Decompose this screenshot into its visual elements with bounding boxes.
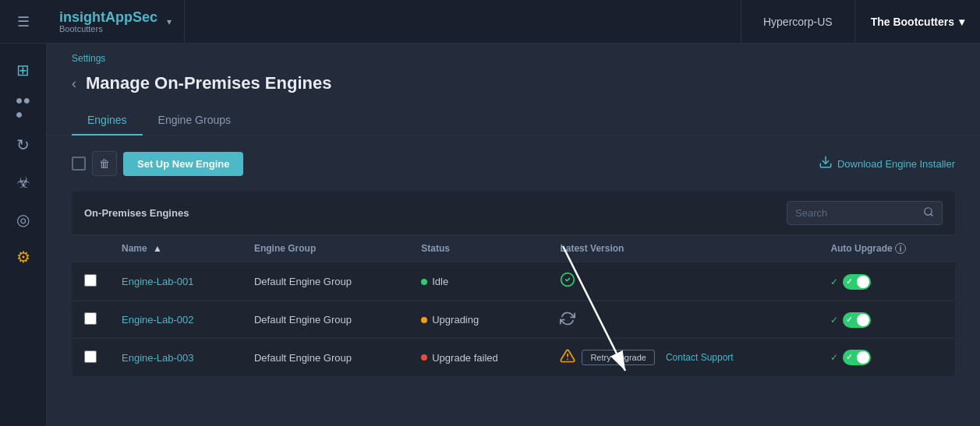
lv-cell-1: [560, 272, 805, 291]
target-icon: ◎: [16, 210, 30, 229]
toggle-check-2: ✓: [830, 315, 838, 326]
row-checkbox-1[interactable]: [84, 274, 97, 287]
tab-engine-groups[interactable]: Engine Groups: [143, 106, 246, 136]
lv-cell-2: [560, 311, 805, 329]
engines-table: Name ▲ Engine Group Status Latest Versio…: [72, 235, 955, 376]
table-header-bar: On-Premises Engines: [72, 192, 955, 235]
sort-arrow-name: ▲: [153, 243, 162, 254]
engine-link-1[interactable]: Engine-Lab-001: [122, 276, 194, 287]
status-dot-3: [421, 354, 427, 361]
table-section-title: On-Premises Engines: [84, 207, 189, 219]
org-selector[interactable]: The Bootcutters ▾: [854, 0, 980, 43]
status-cell-2: Upgrading: [421, 314, 535, 326]
table-row: Engine-Lab-001 Default Engine Group Idle: [72, 262, 955, 301]
row-checkbox-2[interactable]: [84, 312, 97, 325]
breadcrumb[interactable]: Settings: [47, 44, 980, 67]
toggle-wrap-3: ✓: [830, 350, 943, 365]
sidebar-item-dashboard[interactable]: ⊞: [6, 53, 41, 87]
info-icon: i: [895, 243, 906, 254]
col-checkbox: [72, 235, 109, 262]
setup-new-engine-button[interactable]: Set Up New Engine: [123, 152, 243, 176]
page-header: ‹ Manage On-Premises Engines: [47, 67, 980, 106]
engine-group-3: Default Engine Group: [242, 339, 409, 377]
tab-engines[interactable]: Engines: [72, 106, 143, 136]
select-all-checkbox[interactable]: [72, 157, 86, 171]
back-button[interactable]: ‹: [72, 76, 76, 92]
toggle-wrap-1: ✓: [830, 274, 943, 290]
col-engine-group[interactable]: Engine Group: [242, 235, 409, 262]
hamburger-icon: ☰: [17, 13, 30, 30]
col-latest-version[interactable]: Latest Version: [547, 235, 818, 262]
status-cell-3: Upgrade failed: [421, 352, 535, 364]
content-area: Settings ‹ Manage On-Premises Engines En…: [47, 44, 980, 426]
toolbar: 🗑 Set Up New Engine Download Engine Inst…: [47, 136, 980, 192]
sidebar-item-vulnerability[interactable]: ☣: [6, 165, 41, 199]
auto-upgrade-toggle-1[interactable]: [843, 274, 871, 290]
contact-support-link[interactable]: Contact Support: [666, 352, 734, 363]
toggle-check-1: ✓: [830, 276, 838, 287]
auto-upgrade-toggle-3[interactable]: [843, 350, 871, 365]
brand-section: insightAppSec Bootcutters ▾: [47, 0, 185, 43]
table-row: Engine-Lab-003 Default Engine Group Upgr…: [72, 339, 955, 377]
lv-warn-icon-3: [560, 348, 575, 367]
table-row: Engine-Lab-002 Default Engine Group Upgr…: [72, 301, 955, 339]
scan-icon: ↻: [16, 136, 30, 154]
trash-icon: 🗑: [99, 157, 110, 170]
lv-cell-3: Retry Upgrade Contact Support: [560, 348, 805, 367]
toggle-wrap-2: ✓: [830, 312, 943, 328]
search-input[interactable]: [795, 207, 918, 219]
retry-upgrade-button[interactable]: Retry Upgrade: [582, 350, 655, 365]
sidebar-item-scan[interactable]: ↻: [6, 128, 41, 162]
status-cell-1: Idle: [421, 276, 535, 287]
brand-dropdown-icon[interactable]: ▾: [167, 16, 172, 27]
brand-name: insightAppSec: [59, 9, 157, 26]
sidebar: ⊞ ●●● ↻ ☣ ◎ ⚙: [0, 44, 47, 426]
tabs: Engines Engine Groups: [47, 106, 980, 136]
search-box[interactable]: [787, 201, 943, 225]
download-icon: [819, 155, 833, 173]
page-title: Manage On-Premises Engines: [86, 73, 331, 93]
region-selector[interactable]: Hypercorp-US: [741, 0, 854, 43]
status-dot-1: [421, 279, 427, 285]
search-icon: [923, 206, 934, 220]
engine-link-2[interactable]: Engine-Lab-002: [122, 314, 194, 326]
toggle-check-3: ✓: [830, 352, 838, 363]
col-auto-upgrade: Auto Upgrade i: [818, 235, 955, 262]
status-dot-2: [421, 317, 427, 323]
topnav: ☰ insightAppSec Bootcutters ▾ Hypercorp-…: [0, 0, 980, 44]
svg-line-2: [931, 214, 933, 217]
auto-upgrade-toggle-2[interactable]: [843, 312, 871, 328]
users-icon: ●●●: [16, 93, 30, 121]
col-status[interactable]: Status: [409, 235, 547, 262]
lv-ok-icon-1: [560, 272, 575, 291]
sidebar-item-target[interactable]: ◎: [6, 202, 41, 237]
vulnerability-icon: ☣: [16, 173, 30, 192]
sidebar-item-users[interactable]: ●●●: [6, 90, 41, 125]
row-checkbox-3[interactable]: [84, 350, 97, 363]
org-dropdown-icon: ▾: [959, 16, 964, 28]
engine-link-3[interactable]: Engine-Lab-003: [122, 352, 194, 364]
engine-group-1: Default Engine Group: [242, 262, 409, 301]
hamburger-menu[interactable]: ☰: [0, 0, 47, 43]
dashboard-icon: ⊞: [16, 61, 30, 79]
engines-table-section: On-Premises Engines: [72, 192, 955, 376]
sidebar-item-settings[interactable]: ⚙: [6, 240, 41, 274]
main-layout: ⊞ ●●● ↻ ☣ ◎ ⚙ Settings ‹ Manage On-Premi…: [0, 44, 980, 426]
download-engine-installer-link[interactable]: Download Engine Installer: [819, 155, 955, 173]
engine-group-2: Default Engine Group: [242, 301, 409, 339]
delete-button[interactable]: 🗑: [92, 151, 117, 176]
lv-sync-icon-2: [560, 311, 575, 329]
col-name[interactable]: Name ▲: [109, 235, 242, 262]
settings-icon: ⚙: [16, 248, 30, 266]
